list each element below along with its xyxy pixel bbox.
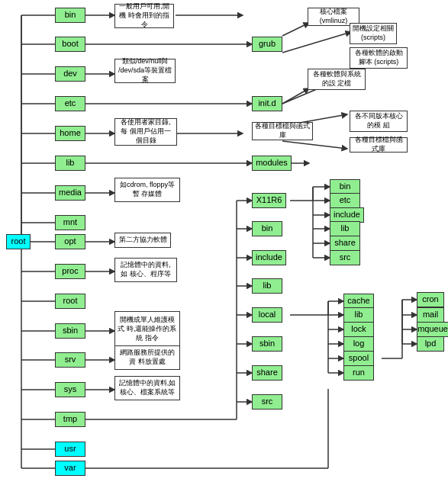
svg-line-33 (282, 32, 351, 53)
spool-mqueue-node: mqueue (417, 322, 448, 337)
x11-src-node: src (330, 250, 360, 265)
proc-desc: 記憶體中的資料,如 核心、程序等 (114, 258, 177, 282)
bin-desc: 一般用戶可用,開機 時會用到的指令 (114, 4, 174, 28)
usr-include-node: include (252, 250, 286, 265)
root-dir-node: root (55, 294, 85, 309)
sbin-node: sbin (55, 323, 85, 339)
usr-bin-node: bin (252, 221, 282, 236)
home-desc: 各使用者家目錄,每 個用戶佔用一個目錄 (114, 118, 177, 146)
srv-node: srv (55, 352, 85, 368)
svg-line-32 (282, 23, 309, 36)
local-lock-node: lock (343, 322, 374, 337)
mnt-node: mnt (55, 215, 85, 230)
svg-line-38 (282, 141, 347, 149)
home-libs-label: 各種目標檔與函式庫 (252, 122, 313, 140)
filesystem-diagram: root bin boot dev etc home lib media mnt… (0, 0, 448, 485)
initd-node: init.d (252, 96, 282, 111)
spool-cron-node: cron (417, 292, 444, 307)
bin-node: bin (55, 8, 85, 23)
grub-node: grub (252, 37, 282, 52)
usr-src-node: src (252, 394, 282, 410)
local-spool-node: spool (343, 351, 374, 366)
svg-line-34 (282, 88, 309, 104)
media-desc: 如cdrom, floppy等暫 存媒體 (114, 178, 180, 202)
usr-lib-node: lib (252, 278, 282, 294)
x11-share-node: share (330, 236, 360, 251)
modules-node: modules (252, 156, 292, 171)
srv-desc: 網路服務所提供的資 料放置處 (114, 345, 180, 370)
etc-node: etc (55, 96, 85, 111)
usr-sbin-node: sbin (252, 336, 282, 352)
media-node: media (55, 185, 85, 201)
lib-node: lib (55, 156, 85, 171)
x11-lib-node: lib (330, 221, 360, 236)
local-log-node: log (343, 336, 374, 352)
x11-include-node: include (330, 207, 364, 223)
home-libs2-label: 各種目標檔與函式庫 (350, 137, 408, 153)
home-node: home (55, 126, 85, 141)
spool-mail-node: mail (417, 307, 444, 323)
x11-etc-node: etc (330, 193, 360, 208)
scripts-label: 開機設定相關 (scripts) (350, 23, 397, 44)
x11r6-node: X11R6 (252, 193, 286, 208)
usr-node: usr (55, 442, 85, 457)
sys-desc: 記憶體中的資料,如 核心、檔案系統等 (114, 376, 180, 400)
proc-node: proc (55, 264, 85, 279)
opt-desc: 第二方協力軟體 (114, 233, 171, 248)
x11-bin-node: bin (330, 179, 360, 194)
sbin-desc: 開機或單人維護模式 時,還能操作的系統 指令 (114, 311, 180, 348)
local-run-node: run (343, 365, 374, 381)
dev-scripts-label: 各種軟體的啟動腳本 (scripts) (350, 47, 408, 69)
root-node: root (6, 234, 31, 249)
var-node: var (55, 461, 85, 476)
sys-node: sys (55, 382, 85, 397)
boot-node: boot (55, 37, 85, 52)
dev-soft-label: 各種軟體與系統的設 定檔 (308, 69, 366, 90)
usr-share-node: share (252, 365, 282, 381)
dev-desc: 類似/dev/null與 /dev/sda等裝置檔案 (114, 59, 176, 83)
usr-local-node: local (252, 307, 282, 323)
tmp-node: tmp (55, 412, 85, 427)
home-modules-label: 各不同版本核心的模 組 (350, 111, 408, 132)
dev-node: dev (55, 66, 85, 82)
opt-node: opt (55, 234, 85, 249)
local-cache-node: cache (343, 294, 374, 309)
spool-lpd-node: lpd (417, 336, 444, 352)
local-lib-node: lib (343, 307, 374, 323)
